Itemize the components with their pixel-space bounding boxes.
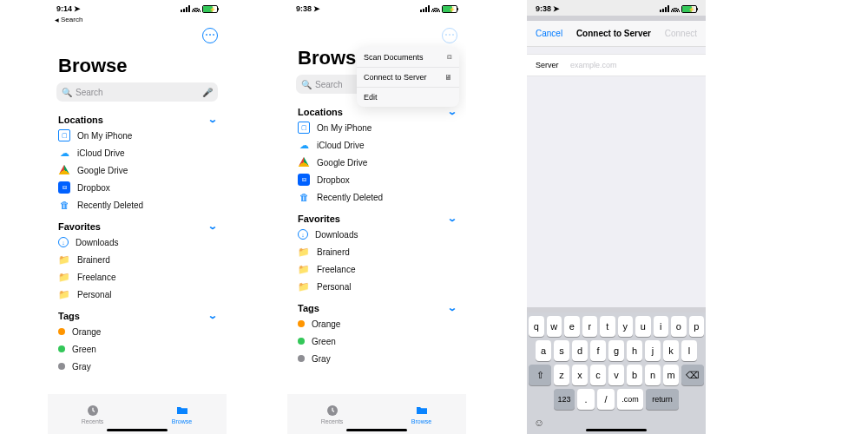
cancel-button[interactable]: Cancel <box>536 29 562 38</box>
key-shift[interactable]: ⇧ <box>529 365 551 385</box>
tag-green[interactable]: Green <box>298 332 456 350</box>
home-indicator[interactable] <box>346 429 407 431</box>
location-dropbox[interactable]: ⧈Dropbox <box>58 179 216 196</box>
location-google-drive[interactable]: Google Drive <box>298 154 456 171</box>
location-recently-deleted[interactable]: 🗑Recently Deleted <box>58 196 216 214</box>
tag-green[interactable]: Green <box>58 340 216 358</box>
chevron-down-icon: ⌄ <box>447 106 457 117</box>
folder-icon: 📁 <box>58 288 70 300</box>
key-g[interactable]: g <box>608 340 624 361</box>
menu-connect-server[interactable]: Connect to Server🖥 <box>357 68 459 88</box>
key-backspace[interactable]: ⌫ <box>681 365 704 385</box>
tag-dot-icon <box>58 345 65 352</box>
location-dropbox[interactable]: ⧈Dropbox <box>298 171 456 188</box>
favorite-personal[interactable]: 📁Personal <box>58 286 216 303</box>
key-return[interactable]: return <box>646 389 679 410</box>
context-menu: Scan Documents⧈ Connect to Server🖥 Edit <box>357 47 459 107</box>
tag-dot-icon <box>298 355 305 362</box>
key-f[interactable]: f <box>590 340 606 361</box>
wifi-icon <box>192 5 201 12</box>
key-p[interactable]: p <box>689 316 705 337</box>
key-b[interactable]: b <box>627 365 642 385</box>
nav-title: Connect to Server <box>576 29 651 38</box>
dropbox-icon: ⧈ <box>298 174 310 186</box>
key-a[interactable]: a <box>536 340 551 361</box>
favorite-brainerd[interactable]: 📁Brainerd <box>298 243 456 260</box>
location-recently-deleted[interactable]: 🗑Recently Deleted <box>298 188 456 206</box>
key-e[interactable]: e <box>564 316 580 337</box>
key-d[interactable]: d <box>572 340 588 361</box>
key-v[interactable]: v <box>608 365 624 385</box>
more-button[interactable]: ⋯ <box>202 28 218 43</box>
key-k[interactable]: k <box>663 340 679 361</box>
key-u[interactable]: u <box>635 316 651 337</box>
section-header-locations[interactable]: Locations ⌄ <box>58 110 216 127</box>
favorite-downloads[interactable]: ↓Downloads <box>298 226 456 243</box>
key-123[interactable]: 123 <box>554 389 575 410</box>
key-y[interactable]: y <box>618 316 634 337</box>
location-icloud[interactable]: ☁iCloud Drive <box>58 144 216 161</box>
more-button[interactable]: ⋯ <box>442 28 457 43</box>
battery-icon: ⚡ <box>442 5 457 13</box>
battery-icon: ⚡ <box>202 5 218 13</box>
key-dotcom[interactable]: .com <box>617 389 643 410</box>
favorite-personal[interactable]: 📁Personal <box>298 278 456 295</box>
tag-gray[interactable]: Gray <box>58 358 216 375</box>
key-s[interactable]: s <box>554 340 569 361</box>
battery-icon: ⚡ <box>681 5 697 13</box>
search-field[interactable]: 🔍 Search 🎤 <box>56 82 218 102</box>
connect-button[interactable]: Connect <box>665 29 697 38</box>
key-q[interactable]: q <box>529 316 544 337</box>
section-header-tags[interactable]: Tags⌄ <box>298 299 456 315</box>
menu-edit[interactable]: Edit <box>357 88 459 107</box>
cloud-icon: ☁ <box>298 139 310 151</box>
key-c[interactable]: c <box>590 365 606 385</box>
key-x[interactable]: x <box>572 365 588 385</box>
favorite-freelance[interactable]: 📁Freelance <box>298 260 456 278</box>
key-period[interactable]: . <box>577 389 595 410</box>
server-field[interactable]: Server example.com <box>527 54 706 76</box>
location-on-my-iphone[interactable]: ▢On My iPhone <box>58 127 216 144</box>
key-l[interactable]: l <box>681 340 697 361</box>
key-m[interactable]: m <box>663 365 679 385</box>
key-n[interactable]: n <box>645 365 661 385</box>
key-i[interactable]: i <box>654 316 669 337</box>
status-bar: 9:14 ➤ ⚡ <box>48 0 227 16</box>
clock-icon <box>86 404 100 418</box>
menu-scan-documents[interactable]: Scan Documents⧈ <box>357 47 459 68</box>
location-on-my-iphone[interactable]: ▢On My iPhone <box>298 119 456 136</box>
key-r[interactable]: r <box>582 316 598 337</box>
home-indicator[interactable] <box>586 429 647 431</box>
back-to-search[interactable]: Search <box>48 16 227 23</box>
section-header-favorites[interactable]: Favorites ⌄ <box>58 217 216 233</box>
scan-icon: ⧈ <box>447 52 452 62</box>
tag-orange[interactable]: Orange <box>298 315 456 332</box>
cellular-icon <box>420 5 430 12</box>
location-google-drive[interactable]: Google Drive <box>58 161 216 179</box>
mic-icon[interactable]: 🎤 <box>202 88 213 97</box>
home-indicator[interactable] <box>107 429 168 431</box>
key-t[interactable]: t <box>600 316 615 337</box>
key-o[interactable]: o <box>671 316 687 337</box>
key-j[interactable]: j <box>645 340 661 361</box>
favorite-freelance[interactable]: 📁Freelance <box>58 268 216 286</box>
section-header-favorites[interactable]: Favorites⌄ <box>298 209 456 226</box>
emoji-button[interactable]: ☺ <box>529 413 704 429</box>
status-time: 9:38 <box>296 4 312 13</box>
section-header-tags[interactable]: Tags ⌄ <box>58 306 216 323</box>
key-z[interactable]: z <box>554 365 569 385</box>
keyboard-row-4: 123 . / .com return <box>529 389 704 410</box>
screen-connect-server: 9:38 ➤ ⚡ Cancel Connect to Server Connec… <box>527 0 706 434</box>
key-h[interactable]: h <box>627 340 642 361</box>
cloud-icon: ☁ <box>58 147 70 159</box>
key-w[interactable]: w <box>547 316 562 337</box>
favorite-brainerd[interactable]: 📁Brainerd <box>58 251 216 268</box>
tag-dot-icon <box>58 328 65 335</box>
favorite-downloads[interactable]: ↓Downloads <box>58 233 216 251</box>
tag-gray[interactable]: Gray <box>298 350 456 367</box>
key-slash[interactable]: / <box>597 389 615 410</box>
location-icloud[interactable]: ☁iCloud Drive <box>298 136 456 154</box>
search-placeholder: Search <box>315 80 343 89</box>
tag-orange[interactable]: Orange <box>58 323 216 340</box>
trash-icon: 🗑 <box>58 199 70 211</box>
